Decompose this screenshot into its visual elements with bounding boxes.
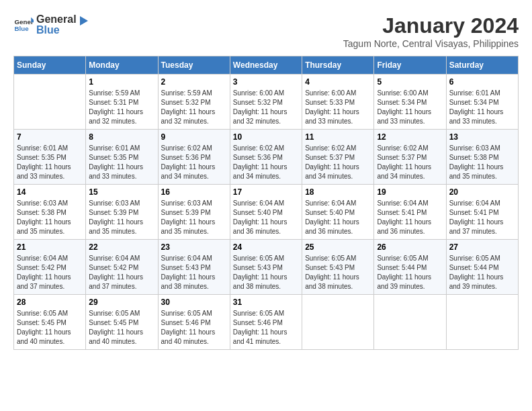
week-row-3: 14Sunrise: 6:03 AMSunset: 5:38 PMDayligh… [14, 185, 519, 240]
calendar-cell: 19Sunrise: 6:04 AMSunset: 5:41 PMDayligh… [374, 185, 446, 240]
day-number: 22 [89, 242, 154, 252]
day-header-wednesday: Wednesday [230, 56, 302, 75]
day-info: Sunrise: 6:05 AMSunset: 5:44 PMDaylight:… [449, 254, 515, 291]
calendar-table: SundayMondayTuesdayWednesdayThursdayFrid… [13, 56, 519, 350]
day-number: 2 [161, 77, 227, 87]
day-number: 21 [17, 242, 83, 252]
day-info: Sunrise: 6:04 AMSunset: 5:41 PMDaylight:… [449, 199, 515, 236]
day-info: Sunrise: 6:03 AMSunset: 5:38 PMDaylight:… [17, 199, 83, 236]
day-number: 19 [377, 187, 443, 197]
day-number: 23 [161, 242, 227, 252]
day-number: 4 [305, 77, 371, 87]
calendar-cell: 31Sunrise: 6:05 AMSunset: 5:46 PMDayligh… [230, 295, 302, 350]
calendar-cell [14, 75, 86, 130]
calendar-cell: 11Sunrise: 6:02 AMSunset: 5:37 PMDayligh… [302, 130, 374, 185]
day-number: 9 [161, 132, 227, 142]
calendar-cell: 23Sunrise: 6:04 AMSunset: 5:43 PMDayligh… [158, 240, 230, 295]
calendar-cell: 13Sunrise: 6:03 AMSunset: 5:38 PMDayligh… [446, 130, 518, 185]
day-number: 8 [89, 132, 154, 142]
day-info: Sunrise: 6:05 AMSunset: 5:46 PMDaylight:… [233, 309, 299, 347]
day-number: 13 [449, 132, 515, 142]
day-info: Sunrise: 6:04 AMSunset: 5:43 PMDaylight:… [161, 254, 227, 291]
day-number: 25 [305, 242, 371, 252]
location-title: Tagum Norte, Central Visayas, Philippine… [343, 38, 519, 49]
calendar-cell: 16Sunrise: 6:03 AMSunset: 5:39 PMDayligh… [158, 185, 230, 240]
day-number: 12 [377, 132, 443, 142]
day-info: Sunrise: 6:00 AMSunset: 5:34 PMDaylight:… [377, 89, 443, 126]
day-info: Sunrise: 6:00 AMSunset: 5:32 PMDaylight:… [233, 89, 299, 126]
week-row-1: 1Sunrise: 5:59 AMSunset: 5:31 PMDaylight… [14, 75, 519, 130]
week-row-2: 7Sunrise: 6:01 AMSunset: 5:35 PMDaylight… [14, 130, 519, 185]
day-info: Sunrise: 6:04 AMSunset: 5:40 PMDaylight:… [233, 199, 299, 236]
calendar-cell [374, 295, 446, 350]
calendar-cell: 28Sunrise: 6:05 AMSunset: 5:45 PMDayligh… [14, 295, 86, 350]
days-header-row: SundayMondayTuesdayWednesdayThursdayFrid… [14, 56, 519, 75]
calendar-cell: 5Sunrise: 6:00 AMSunset: 5:34 PMDaylight… [374, 75, 446, 130]
calendar-cell [302, 295, 374, 350]
day-number: 10 [233, 132, 299, 142]
day-number: 11 [305, 132, 371, 142]
page-header: General Blue General Blue January 2024 T… [13, 13, 519, 49]
calendar-cell: 27Sunrise: 6:05 AMSunset: 5:44 PMDayligh… [446, 240, 518, 295]
day-number: 14 [17, 187, 83, 197]
calendar-cell: 2Sunrise: 5:59 AMSunset: 5:32 PMDaylight… [158, 75, 230, 130]
calendar-cell: 29Sunrise: 6:05 AMSunset: 5:45 PMDayligh… [86, 295, 158, 350]
day-info: Sunrise: 6:03 AMSunset: 5:38 PMDaylight:… [449, 144, 515, 181]
day-number: 7 [17, 132, 83, 142]
day-number: 16 [161, 187, 227, 197]
day-info: Sunrise: 6:00 AMSunset: 5:33 PMDaylight:… [305, 89, 371, 126]
calendar-cell: 15Sunrise: 6:03 AMSunset: 5:39 PMDayligh… [86, 185, 158, 240]
svg-text:General: General [15, 18, 34, 26]
calendar-cell: 25Sunrise: 6:05 AMSunset: 5:43 PMDayligh… [302, 240, 374, 295]
day-info: Sunrise: 6:02 AMSunset: 5:36 PMDaylight:… [233, 144, 299, 181]
calendar-cell: 3Sunrise: 6:00 AMSunset: 5:32 PMDaylight… [230, 75, 302, 130]
day-info: Sunrise: 6:02 AMSunset: 5:37 PMDaylight:… [377, 144, 443, 181]
svg-marker-3 [80, 16, 88, 26]
calendar-cell: 1Sunrise: 5:59 AMSunset: 5:31 PMDaylight… [86, 75, 158, 130]
day-info: Sunrise: 6:05 AMSunset: 5:43 PMDaylight:… [233, 254, 299, 291]
day-number: 31 [233, 298, 299, 307]
calendar-cell: 22Sunrise: 6:04 AMSunset: 5:42 PMDayligh… [86, 240, 158, 295]
calendar-cell: 4Sunrise: 6:00 AMSunset: 5:33 PMDaylight… [302, 75, 374, 130]
day-info: Sunrise: 6:03 AMSunset: 5:39 PMDaylight:… [161, 199, 227, 236]
calendar-cell: 30Sunrise: 6:05 AMSunset: 5:46 PMDayligh… [158, 295, 230, 350]
calendar-cell: 6Sunrise: 6:01 AMSunset: 5:34 PMDaylight… [446, 75, 518, 130]
logo-icon: General Blue [13, 15, 34, 35]
calendar-cell: 17Sunrise: 6:04 AMSunset: 5:40 PMDayligh… [230, 185, 302, 240]
day-number: 6 [449, 77, 515, 87]
day-info: Sunrise: 5:59 AMSunset: 5:32 PMDaylight:… [161, 89, 227, 126]
day-number: 29 [89, 298, 154, 307]
day-info: Sunrise: 6:04 AMSunset: 5:42 PMDaylight:… [17, 254, 83, 291]
week-row-4: 21Sunrise: 6:04 AMSunset: 5:42 PMDayligh… [14, 240, 519, 295]
calendar-cell: 24Sunrise: 6:05 AMSunset: 5:43 PMDayligh… [230, 240, 302, 295]
calendar-cell: 8Sunrise: 6:01 AMSunset: 5:35 PMDaylight… [86, 130, 158, 185]
day-info: Sunrise: 6:03 AMSunset: 5:39 PMDaylight:… [89, 199, 154, 236]
day-number: 3 [233, 77, 299, 87]
day-header-sunday: Sunday [14, 56, 86, 75]
day-number: 1 [89, 77, 154, 87]
month-title: January 2024 [343, 13, 519, 38]
day-info: Sunrise: 6:04 AMSunset: 5:42 PMDaylight:… [89, 254, 154, 291]
calendar-cell: 10Sunrise: 6:02 AMSunset: 5:36 PMDayligh… [230, 130, 302, 185]
calendar-cell: 7Sunrise: 6:01 AMSunset: 5:35 PMDaylight… [14, 130, 86, 185]
day-header-saturday: Saturday [446, 56, 518, 75]
title-block: January 2024 Tagum Norte, Central Visaya… [343, 13, 519, 49]
calendar-cell: 9Sunrise: 6:02 AMSunset: 5:36 PMDaylight… [158, 130, 230, 185]
calendar-cell: 26Sunrise: 6:05 AMSunset: 5:44 PMDayligh… [374, 240, 446, 295]
day-info: Sunrise: 6:05 AMSunset: 5:46 PMDaylight:… [161, 309, 227, 347]
day-info: Sunrise: 6:05 AMSunset: 5:44 PMDaylight:… [377, 254, 443, 291]
day-info: Sunrise: 6:05 AMSunset: 5:45 PMDaylight:… [17, 309, 83, 347]
day-number: 24 [233, 242, 299, 252]
day-info: Sunrise: 6:04 AMSunset: 5:41 PMDaylight:… [377, 199, 443, 236]
calendar-cell: 14Sunrise: 6:03 AMSunset: 5:38 PMDayligh… [14, 185, 86, 240]
calendar-cell: 20Sunrise: 6:04 AMSunset: 5:41 PMDayligh… [446, 185, 518, 240]
day-number: 18 [305, 187, 371, 197]
day-info: Sunrise: 6:05 AMSunset: 5:43 PMDaylight:… [305, 254, 371, 291]
logo-triangle-icon [77, 15, 89, 27]
day-info: Sunrise: 6:01 AMSunset: 5:35 PMDaylight:… [17, 144, 83, 181]
svg-text:Blue: Blue [15, 25, 30, 32]
day-number: 27 [449, 242, 515, 252]
day-info: Sunrise: 6:02 AMSunset: 5:36 PMDaylight:… [161, 144, 227, 181]
day-header-thursday: Thursday [302, 56, 374, 75]
day-info: Sunrise: 5:59 AMSunset: 5:31 PMDaylight:… [89, 89, 154, 126]
